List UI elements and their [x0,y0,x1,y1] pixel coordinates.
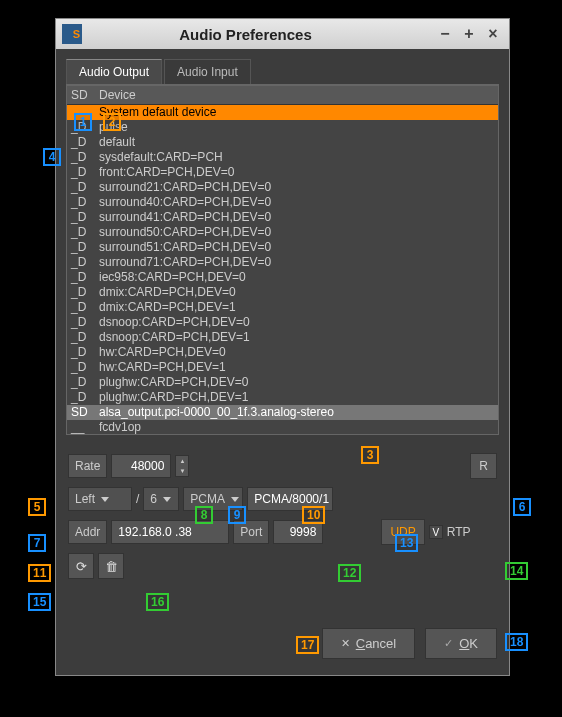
device-row[interactable]: _Dsurround50:CARD=PCH,DEV=0 [67,225,498,240]
device-row[interactable]: _Ddefault [67,135,498,150]
chevron-down-icon [101,497,109,502]
trash-icon: 🗑 [105,559,118,574]
rate-label: Rate [68,454,107,478]
app-icon: S [62,24,82,44]
device-row[interactable]: _Dplughw:CARD=PCH,DEV=1 [67,390,498,405]
annotation-badge: 3 [361,446,379,464]
r-button[interactable]: R [470,453,497,479]
annotation-badge: 9 [228,506,246,524]
device-row[interactable]: _Dhw:CARD=PCH,DEV=1 [67,360,498,375]
tab-audio-input[interactable]: Audio Input [164,59,251,84]
ok-icon: ✓ [444,637,453,650]
annotation-badge: 17 [296,636,319,654]
rate-input[interactable]: 48000 [111,454,171,478]
annotation-badge: 8 [195,506,213,524]
window-title: Audio Preferences [90,26,431,43]
tab-audio-output[interactable]: Audio Output [66,59,162,84]
rtp-checkbox[interactable]: V RTP [429,525,471,539]
chevron-down-icon [163,497,171,502]
list-header: SD Device [67,86,498,105]
rtp-label: RTP [447,525,471,539]
annotation-badge: 7 [28,534,46,552]
addr-label: Addr [68,520,107,544]
device-row[interactable]: _Dsurround40:CARD=PCH,DEV=0 [67,195,498,210]
annotation-badge: 13 [395,534,418,552]
refresh-button[interactable]: ⟳ [68,553,94,579]
content-area: Audio Output Audio Input SD Device Syste… [56,49,509,579]
refresh-icon: ⟳ [76,559,87,574]
cancel-button[interactable]: ✕ Cancel [322,628,415,659]
close-button[interactable]: × [483,24,503,44]
device-row[interactable]: _Dsurround71:CARD=PCH,DEV=0 [67,255,498,270]
device-row[interactable]: _Dfront:CARD=PCH,DEV=0 [67,165,498,180]
ok-button[interactable]: ✓ OK [425,628,497,659]
tab-bar: Audio Output Audio Input [66,59,499,85]
device-row[interactable]: _Dsysdefault:CARD=PCH [67,150,498,165]
dialog-buttons: ✕ Cancel ✓ OK [322,628,497,659]
annotation-badge: 16 [146,593,169,611]
annotation-badge: 2 [103,113,121,131]
device-row[interactable]: SDalsa_output.pci-0000_00_1f.3.analog-st… [67,405,498,420]
device-row[interactable]: _Dsurround51:CARD=PCH,DEV=0 [67,240,498,255]
device-row[interactable]: _Ddsnoop:CARD=PCH,DEV=0 [67,315,498,330]
window: S Audio Preferences − + × Audio Output A… [55,18,510,676]
annotation-badge: 15 [28,593,51,611]
delete-button[interactable]: 🗑 [98,553,124,579]
device-row[interactable]: _Dpulse [67,120,498,135]
device-row[interactable]: __fcdv1op [67,420,498,435]
device-row[interactable]: _Dsurround41:CARD=PCH,DEV=0 [67,210,498,225]
header-device[interactable]: Device [95,86,498,104]
annotation-badge: 14 [505,562,528,580]
annotation-badge: 12 [338,564,361,582]
annotation-badge: 18 [505,633,528,651]
device-row[interactable]: _Ddmix:CARD=PCH,DEV=0 [67,285,498,300]
device-row[interactable]: _Ddsnoop:CARD=PCH,DEV=1 [67,330,498,345]
annotation-badge: 11 [28,564,51,582]
chevron-down-icon [231,497,239,502]
annotation-badge: 6 [513,498,531,516]
maximize-button[interactable]: + [459,24,479,44]
header-sd[interactable]: SD [67,86,95,104]
device-list[interactable]: SD Device System default device_Dpulse_D… [66,85,499,435]
annotation-badge: 10 [302,506,325,524]
device-row[interactable]: _Diec958:CARD=PCH,DEV=0 [67,270,498,285]
device-row[interactable]: _Ddmix:CARD=PCH,DEV=1 [67,300,498,315]
annotation-badge: 5 [28,498,46,516]
annotation-badge: 1 [74,113,92,131]
device-row[interactable]: _Dsurround21:CARD=PCH,DEV=0 [67,180,498,195]
cancel-icon: ✕ [341,637,350,650]
device-row[interactable]: _Dhw:CARD=PCH,DEV=0 [67,345,498,360]
checkmark-icon: V [429,525,443,539]
rate-spinner[interactable]: ▲▼ [175,455,189,477]
channel-num-select[interactable]: 6 [143,487,179,511]
channel-separator: / [136,492,139,506]
channel-select[interactable]: Left [68,487,132,511]
annotation-badge: 4 [43,148,61,166]
device-row[interactable]: _Dplughw:CARD=PCH,DEV=0 [67,375,498,390]
device-row[interactable]: System default device [67,105,498,120]
minimize-button[interactable]: − [435,24,455,44]
titlebar: S Audio Preferences − + × [56,19,509,49]
controls: Rate 48000 ▲▼ R Left / 6 PCMA [66,453,499,579]
